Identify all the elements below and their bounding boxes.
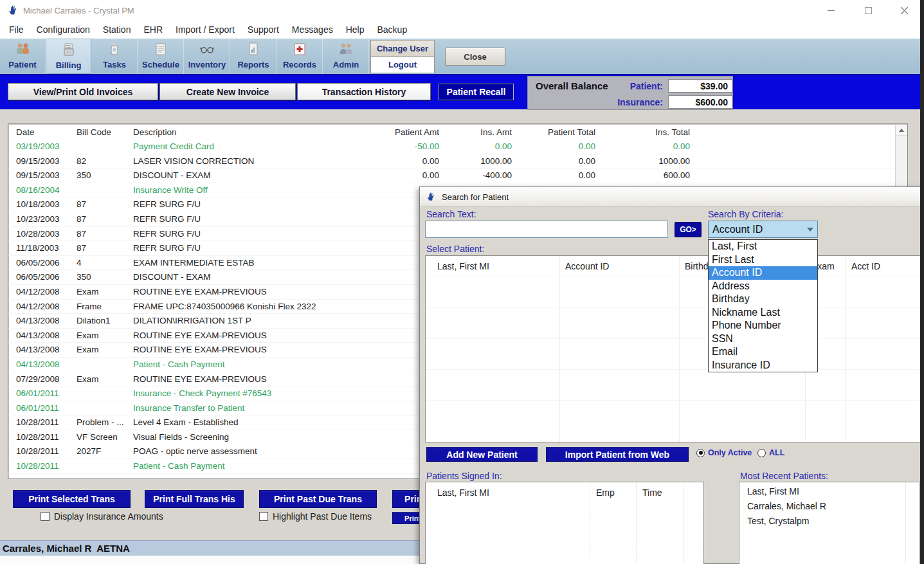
search-text-input[interactable] (425, 221, 668, 238)
menu-item[interactable]: Support (241, 21, 285, 39)
col-bill-code[interactable]: Bill Code (77, 127, 133, 140)
criteria-option[interactable]: First Last (709, 253, 817, 267)
search-criteria-dropdown[interactable]: Account ID (708, 221, 818, 238)
patient-recall-button[interactable]: Patient Recall (439, 84, 514, 100)
patients-signed-in-list[interactable]: Last, First MI Emp Time (425, 482, 704, 564)
maximize-button[interactable] (858, 4, 878, 17)
recent-patient-item[interactable]: Test, Crystalpm (747, 516, 809, 526)
col-ins-total[interactable]: Ins. Total (595, 127, 690, 140)
cell-bill-code: Exam (77, 285, 133, 299)
transaction-row[interactable]: 09/15/2003 82 LASER VISION CORRECTION 0.… (8, 154, 907, 169)
patients-signed-in-label: Patients Signed In: (426, 471, 502, 481)
recent-col-name[interactable]: Last, First MI (747, 486, 799, 496)
criteria-option[interactable]: Account ID (709, 266, 817, 280)
criteria-option[interactable]: Email (709, 345, 817, 359)
menu-item[interactable]: Configuration (30, 21, 96, 39)
toolbar-schedule-button[interactable]: Schedule (138, 39, 184, 74)
overall-balance-panel: Overall Balance Patient: $39.00 Insuranc… (527, 76, 733, 110)
select-patient-list[interactable]: Last, First MI Account ID Birthday Exam … (425, 255, 924, 442)
screen-edge (920, 0, 924, 564)
column-divider (845, 256, 846, 442)
highlight-past-due-label[interactable]: Highlight Past Due Items (273, 511, 372, 522)
menu-item[interactable]: Help (340, 21, 371, 39)
cell-description: Insurance - Check Payment #76543 (133, 387, 359, 401)
col-ins-amt[interactable]: Ins. Amt (439, 127, 512, 140)
title-bar: Michael Carrales - Crystal PM (0, 0, 924, 21)
print-full-trans-his-button[interactable]: Print Full Trans His (145, 490, 244, 508)
dialog-title-bar[interactable]: Search for Patient (420, 187, 923, 206)
print-past-due-trans-button[interactable]: Print Past Due Trans (259, 490, 377, 508)
criteria-option[interactable]: Phone Number (709, 319, 817, 332)
scroll-up-button[interactable] (896, 125, 907, 136)
menu-item[interactable]: Backup (370, 21, 413, 39)
toolbar-billing-button[interactable]: Billing (46, 39, 91, 74)
logout-button[interactable]: Logout (370, 57, 435, 73)
toolbar-admin-button[interactable]: Admin (323, 39, 369, 74)
transaction-history-button[interactable]: Transaction History (297, 83, 431, 100)
cell-date: 04/12/2008 (8, 285, 77, 299)
cell-ins-total: 600.00 (595, 168, 690, 183)
close-button[interactable]: Close (445, 48, 505, 66)
cell-bill-code (77, 140, 133, 154)
cell-description: REFR SURG F/U (133, 197, 359, 212)
scroll-up-icon (899, 129, 904, 132)
toolbar-records-button[interactable]: Records (277, 39, 323, 74)
cell-bill-code (77, 401, 133, 415)
toolbar-records-label: Records (283, 60, 316, 69)
criteria-option[interactable]: SSN (709, 332, 817, 346)
view-print-old-invoices-button[interactable]: View/Print Old Invoices (8, 83, 158, 100)
criteria-option[interactable]: Nickname Last (709, 306, 817, 320)
menu-item[interactable]: File (3, 21, 30, 39)
col-patient-amt[interactable]: Patient Amt (359, 127, 439, 140)
close-window-button[interactable] (894, 4, 914, 17)
patient-col-name[interactable]: Last, First MI (437, 261, 489, 271)
all-radio[interactable] (757, 449, 766, 457)
create-new-invoice-button[interactable]: Create New Invoice (159, 83, 296, 100)
toolbar-reports-button[interactable]: Reports (231, 39, 276, 74)
menu-item[interactable]: Import / Export (169, 21, 241, 39)
highlight-past-due-checkbox[interactable] (259, 512, 268, 521)
add-new-patient-button[interactable]: Add New Patient (426, 447, 538, 462)
cell-bill-code: 350 (77, 270, 133, 284)
patient-col-acct-id[interactable]: Acct ID (851, 261, 880, 271)
criteria-option[interactable]: Insurance ID (709, 359, 817, 372)
change-user-button[interactable]: Change User (370, 40, 435, 57)
all-label[interactable]: ALL (769, 448, 784, 457)
row-divider (426, 400, 924, 401)
menu-item[interactable]: EHR (137, 21, 169, 39)
menu-item[interactable]: Messages (285, 21, 340, 39)
signed-col-emp[interactable]: Emp (596, 487, 615, 498)
only-active-radio[interactable] (696, 449, 705, 457)
col-description[interactable]: Description (133, 127, 359, 140)
signed-col-name[interactable]: Last, First MI (437, 487, 489, 498)
transaction-row[interactable]: 03/19/2003 Payment Credit Card -50.00 0.… (8, 140, 907, 154)
criteria-option[interactable]: Address (709, 280, 817, 293)
transaction-row[interactable]: 09/15/2003 350 DISCOUNT - EXAM 0.00 -400… (8, 168, 907, 183)
import-patient-from-web-button[interactable]: Import Patient from Web (546, 447, 689, 462)
patient-col-account-id[interactable]: Account ID (565, 261, 609, 271)
only-active-label[interactable]: Only Active (708, 448, 752, 457)
minimize-button[interactable] (821, 4, 840, 17)
col-date[interactable]: Date (8, 127, 77, 140)
criteria-option[interactable]: Birthday (709, 293, 817, 306)
patient-balance-label: Patient: (592, 81, 663, 91)
display-insurance-amounts-label[interactable]: Display Insurance Amounts (54, 511, 163, 522)
search-for-patient-dialog: Search for Patient Search Text: GO> Sear… (419, 186, 924, 564)
toolbar-tasks-button[interactable]: Tasks (92, 39, 138, 74)
toolbar-patient-button[interactable]: Patient (0, 39, 46, 74)
criteria-option[interactable]: Last, First (709, 240, 817, 253)
menu-item[interactable]: Station (96, 21, 138, 39)
most-recent-patients-list[interactable]: Last, First MI Carrales, Michael R Test,… (739, 482, 920, 564)
col-patient-total[interactable]: Patient Total (512, 127, 595, 140)
toolbar-inventory-button[interactable]: Inventory (185, 39, 230, 74)
display-insurance-amounts-checkbox[interactable] (41, 512, 50, 521)
maximize-icon (865, 7, 872, 14)
signed-col-time[interactable]: Time (642, 487, 662, 498)
print-selected-trans-button[interactable]: Print Selected Trans (13, 490, 131, 508)
recent-patient-item[interactable]: Carrales, Michael R (747, 501, 826, 511)
search-criteria-value: Account ID (712, 224, 763, 235)
toolbar-admin-label: Admin (333, 60, 359, 69)
go-button[interactable]: GO> (675, 222, 702, 237)
cell-ins-amt: 0.00 (439, 140, 512, 154)
toolbar-billing-label: Billing (56, 60, 82, 70)
